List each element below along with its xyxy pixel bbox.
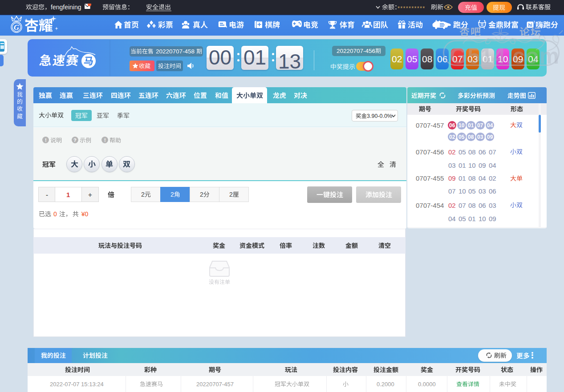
svg-text:02: 02: [448, 148, 456, 156]
svg-text:0: 0: [53, 210, 57, 218]
svg-text:01: 01: [468, 215, 476, 222]
svg-text:02: 02: [448, 202, 456, 209]
svg-text:2022-07-07 15:13:24: 2022-07-07 15:13:24: [50, 381, 104, 388]
svg-text:01: 01: [468, 122, 474, 129]
svg-text:05: 05: [407, 54, 417, 64]
svg-text:01: 01: [459, 162, 466, 169]
svg-text:!: !: [104, 137, 106, 143]
svg-text:07: 07: [489, 148, 496, 156]
svg-text:05: 05: [459, 215, 466, 222]
svg-text:08: 08: [468, 174, 476, 182]
svg-text:3.90-0.0%: 3.90-0.0%: [367, 113, 392, 119]
svg-text:02: 02: [489, 174, 496, 182]
svg-text:06: 06: [479, 202, 486, 209]
svg-text:08: 08: [468, 202, 476, 209]
svg-text:03: 03: [448, 162, 456, 169]
svg-text:05: 05: [459, 148, 466, 156]
svg-text:0707-455: 0707-455: [416, 174, 444, 182]
svg-text:10: 10: [468, 162, 476, 169]
svg-text:04: 04: [479, 174, 486, 182]
svg-text:08: 08: [422, 54, 432, 64]
svg-text:**********: **********: [398, 5, 426, 12]
svg-text:07: 07: [477, 122, 483, 129]
svg-text:04: 04: [448, 215, 456, 222]
svg-text:06: 06: [489, 187, 496, 195]
svg-text:2: 2: [141, 191, 145, 198]
svg-text:¥0: ¥0: [81, 210, 89, 218]
svg-text:?: ?: [73, 137, 77, 143]
svg-text:2: 2: [200, 191, 203, 198]
svg-text:10: 10: [459, 187, 466, 195]
svg-text:1: 1: [66, 191, 70, 198]
svg-text:06: 06: [449, 122, 455, 129]
svg-text:G514.com: G514.com: [450, 44, 560, 69]
svg-text:02: 02: [392, 54, 402, 64]
svg-text:09: 09: [489, 215, 496, 222]
svg-text:05: 05: [468, 187, 476, 195]
svg-text:0.0000: 0.0000: [418, 381, 436, 388]
svg-text:10: 10: [459, 122, 465, 129]
svg-text:07: 07: [459, 202, 466, 209]
svg-text:-: -: [46, 191, 48, 198]
svg-text:06: 06: [479, 148, 486, 156]
svg-text:0707-454: 0707-454: [416, 202, 444, 209]
svg-text:03: 03: [479, 187, 486, 195]
svg-text:+: +: [88, 191, 92, 198]
svg-text:08: 08: [468, 134, 474, 140]
svg-text:09: 09: [448, 174, 456, 182]
svg-text:20220707-456: 20220707-456: [337, 48, 375, 54]
svg-text:09: 09: [487, 134, 493, 140]
svg-text:0707-456: 0707-456: [416, 148, 444, 156]
svg-text:0707-457: 0707-457: [416, 121, 444, 129]
svg-text:01: 01: [459, 174, 466, 182]
svg-text:!: !: [45, 137, 47, 143]
svg-text:10: 10: [479, 215, 486, 222]
svg-text:20220707-457: 20220707-457: [196, 381, 234, 388]
svg-text:03: 03: [489, 202, 496, 209]
svg-text:2: 2: [229, 191, 233, 198]
svg-text:04: 04: [487, 122, 493, 129]
svg-text:09: 09: [479, 162, 486, 169]
svg-text:20220707-458: 20220707-458: [156, 48, 195, 55]
svg-text:07: 07: [448, 187, 456, 195]
svg-text:08: 08: [468, 148, 476, 156]
svg-text:02: 02: [449, 134, 455, 140]
svg-text:13: 13: [278, 50, 301, 73]
svg-text:hi: hi: [528, 23, 532, 28]
svg-text:0.2000: 0.2000: [377, 381, 394, 388]
svg-text:fengfeining: fengfeining: [51, 4, 81, 11]
svg-text:G: G: [14, 23, 20, 32]
svg-text:03: 03: [477, 134, 483, 140]
svg-text:05: 05: [459, 134, 465, 140]
svg-text:04: 04: [489, 162, 496, 169]
svg-text:2: 2: [170, 191, 174, 198]
